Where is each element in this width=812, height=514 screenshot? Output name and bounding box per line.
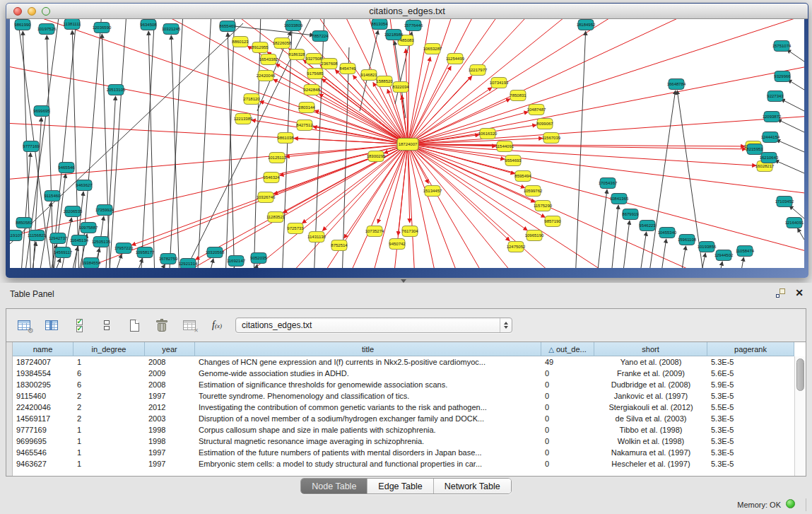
column-header-title[interactable]: title [195, 342, 541, 356]
column-header-short[interactable]: short [594, 342, 707, 356]
graph-node[interactable]: 11381111 [64, 19, 82, 30]
graph-node[interactable]: 15134457 [423, 186, 442, 197]
graph-node[interactable]: 17359924 [95, 205, 114, 216]
graph-node[interactable]: 7857224 [312, 31, 329, 42]
float-panel-icon[interactable] [776, 288, 785, 298]
table-row[interactable]: 969969511998Structural magnetic resonanc… [13, 436, 794, 447]
graph-node[interactable]: 7617304 [401, 226, 418, 237]
graph-node[interactable]: 9725733 [287, 223, 304, 234]
graph-node[interactable]: 12444154 [761, 132, 780, 143]
graph-node[interactable]: 12217977 [469, 65, 488, 76]
column-header-name[interactable]: name [13, 342, 73, 356]
graph-node[interactable]: 8215953 [746, 144, 763, 155]
tab-network-table[interactable]: Network Table [434, 479, 511, 493]
graph-node[interactable]: 10653287 [423, 44, 442, 54]
graph-node[interactable]: 10193856 [698, 242, 717, 252]
graph-node[interactable]: 11575290 [534, 201, 553, 211]
graph-node[interactable]: 9777169 [23, 141, 40, 152]
graph-node[interactable]: 11058474 [736, 246, 755, 257]
row-selection-icon[interactable] [70, 315, 88, 335]
graph-node[interactable]: 12164091 [785, 218, 804, 228]
graph-node[interactable]: 8860123 [232, 37, 249, 47]
table-row[interactable]: 1938455462009Genome-wide association stu… [13, 368, 794, 379]
table-row[interactable]: 977716911998Corpus callosum shape and si… [13, 424, 794, 436]
graph-node[interactable]: 10958177 [136, 247, 155, 258]
graph-node[interactable]: 12942737 [49, 233, 68, 244]
graph-node[interactable]: 16782759 [159, 254, 178, 264]
graph-node[interactable]: 10599762 [524, 186, 543, 197]
graph-node[interactable]: 9554693 [505, 156, 522, 166]
graph-node[interactable]: 10455340 [658, 228, 677, 238]
graph-node[interactable]: 10841365 [610, 194, 629, 204]
table-row[interactable]: 1830029562008Estimation of significance … [13, 379, 794, 390]
graph-node[interactable]: 15961108 [678, 235, 697, 245]
graph-node[interactable]: 8752514 [331, 240, 348, 251]
panel-rows-icon[interactable] [98, 315, 116, 335]
network-canvas[interactable]: 1872400788601238912955182260581654338281… [10, 19, 804, 268]
graph-node[interactable]: 8813054 [371, 19, 388, 30]
zoom-window-button[interactable] [42, 7, 50, 16]
graph-node[interactable]: 9052035 [250, 253, 267, 264]
tab-edge-table[interactable]: Edge Table [367, 479, 433, 493]
graph-node[interactable]: 16033809 [284, 21, 303, 31]
minimize-window-button[interactable] [28, 7, 36, 16]
graph-node[interactable]: 9546223 [639, 221, 656, 231]
graph-node[interactable]: 10735274 [365, 226, 384, 237]
graph-node[interactable]: 8655469 [219, 21, 236, 32]
graph-node[interactable]: 11431130 [307, 232, 326, 243]
new-document-icon[interactable] [125, 315, 143, 335]
column-header-pagerank[interactable]: pagerank [707, 342, 794, 356]
graph-node[interactable]: 11283521 [266, 212, 286, 223]
table-row[interactable]: 1456911722003Disruption of a novel membe… [13, 413, 794, 424]
graph-node[interactable]: 15751074 [772, 41, 792, 52]
graph-node[interactable]: 9119107 [10, 230, 23, 241]
column-header-year[interactable]: year [145, 342, 195, 356]
table-select-dropdown[interactable]: citations_edges.txt [235, 317, 512, 333]
graph-node[interactable]: 12921314 [179, 259, 198, 269]
graph-node[interactable]: 17103452 [775, 197, 794, 207]
graph-node[interactable]: 9227343 [767, 91, 784, 102]
graph-node[interactable]: 2718120 [243, 94, 260, 105]
graph-node[interactable]: 18724007 [397, 139, 418, 151]
graph-node[interactable]: 10197526 [37, 24, 57, 35]
graph-node[interactable]: 9546324 [263, 173, 280, 183]
graph-node[interactable]: 11544091 [495, 141, 514, 152]
graph-node[interactable]: 22420046 [257, 71, 276, 81]
graph-node[interactable]: 8454749 [339, 64, 356, 74]
graph-node[interactable]: 11645134 [70, 235, 89, 246]
close-window-button[interactable] [13, 7, 22, 16]
graph-node[interactable]: 14569117 [54, 247, 73, 258]
graph-node[interactable]: 8322034 [392, 82, 409, 93]
graph-node[interactable]: 18226058 [273, 38, 292, 49]
graph-node[interactable]: 19384554 [82, 258, 101, 269]
graph-node[interactable]: 9699695 [33, 106, 50, 117]
graph-node[interactable]: 17054367 [599, 178, 618, 189]
delete-trash-icon[interactable] [153, 315, 171, 335]
graph-node[interactable]: 17957223 [114, 243, 134, 254]
graph-node[interactable]: 9175685 [307, 69, 324, 79]
graph-node[interactable]: 16543382 [259, 54, 278, 65]
graph-node[interactable]: 10734193 [490, 78, 509, 88]
graph-node[interactable]: 8186328 [288, 49, 305, 60]
graph-node[interactable]: 12475052 [507, 242, 526, 252]
graph-node[interactable]: 8595494 [514, 171, 531, 182]
graph-node[interactable]: 9242848 [303, 85, 320, 95]
graph-node[interactable]: 7850831 [510, 90, 526, 101]
graph-node[interactable]: 10125113 [268, 153, 287, 163]
graph-node[interactable]: 9450742 [389, 239, 406, 250]
close-panel-icon[interactable]: ✕ [795, 288, 804, 298]
graph-node[interactable]: 12213389 [234, 114, 253, 124]
graph-node[interactable]: 11692147 [227, 256, 246, 267]
graph-node[interactable]: 9146821 [360, 70, 377, 81]
table-row[interactable]: 946554611997Estimation of the future num… [13, 447, 794, 458]
graph-node[interactable]: 11254499 [446, 54, 465, 64]
graph-node[interactable]: 9861038 [277, 133, 294, 144]
graph-node[interactable]: 15776446 [404, 21, 423, 31]
graph-node[interactable]: 12944502 [714, 250, 734, 261]
graph-node[interactable]: 10487487 [527, 105, 546, 115]
scrollbar-thumb[interactable] [796, 358, 804, 391]
vertical-scrollbar[interactable] [794, 356, 806, 476]
graph-node[interactable]: 8099067 [536, 119, 553, 129]
table-settings-icon[interactable]: ⚙ [15, 315, 33, 335]
graph-node[interactable]: 1588520 [376, 76, 393, 87]
